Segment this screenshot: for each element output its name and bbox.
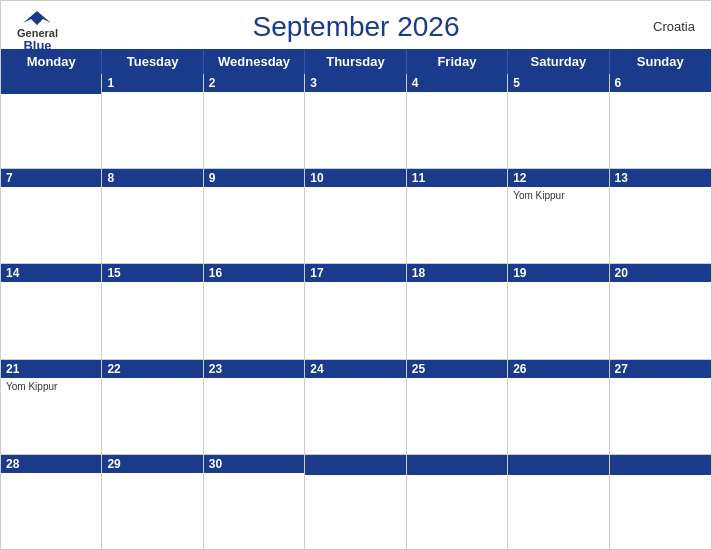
calendar-cell: 21Yom Kippur (1, 360, 102, 454)
calendar-cell: 22 (102, 360, 203, 454)
calendar-cell: 10 (305, 169, 406, 263)
logo-icon (23, 9, 51, 27)
calendar-cell: 5 (508, 74, 609, 168)
calendar-cell: 14 (1, 264, 102, 358)
calendar-cell: 26 (508, 360, 609, 454)
calendar-cell: 18 (407, 264, 508, 358)
calendar-cell: 1 (102, 74, 203, 168)
day-header-friday: Friday (407, 49, 508, 74)
calendar-cell: 29 (102, 455, 203, 549)
day-header-tuesday: Tuesday (102, 49, 203, 74)
calendar-cell: 8 (102, 169, 203, 263)
calendar-cell: 28 (1, 455, 102, 549)
calendar-cell: 9 (204, 169, 305, 263)
calendar-cell: 11 (407, 169, 508, 263)
calendar-cell (407, 455, 508, 549)
logo-blue-text: Blue (23, 39, 51, 53)
calendar-cell: 20 (610, 264, 711, 358)
calendar-cell: 24 (305, 360, 406, 454)
calendar-cell: 7 (1, 169, 102, 263)
day-header-sunday: Sunday (610, 49, 711, 74)
calendar-cell (1, 74, 102, 168)
calendar-cell: 15 (102, 264, 203, 358)
calendar-cell: 23 (204, 360, 305, 454)
calendar-cell: 19 (508, 264, 609, 358)
calendar-cell: 13 (610, 169, 711, 263)
calendar-title: September 2026 (252, 11, 459, 43)
day-header-thursday: Thursday (305, 49, 406, 74)
calendar-cell: 12Yom Kippur (508, 169, 609, 263)
day-header-wednesday: Wednesday (204, 49, 305, 74)
calendar-cell: 30 (204, 455, 305, 549)
calendar-header: General Blue September 2026 Croatia (1, 1, 711, 49)
calendar-cell: 17 (305, 264, 406, 358)
day-header-saturday: Saturday (508, 49, 609, 74)
week-row-5: 282930 (1, 455, 711, 549)
week-row-2: 789101112Yom Kippur13 (1, 169, 711, 264)
calendar-cell: 2 (204, 74, 305, 168)
week-row-3: 14151617181920 (1, 264, 711, 359)
calendar-cell: 27 (610, 360, 711, 454)
calendar-cell (508, 455, 609, 549)
svg-marker-0 (23, 11, 51, 25)
calendar-cell (610, 455, 711, 549)
event-label: Yom Kippur (513, 190, 603, 201)
week-row-4: 21Yom Kippur222324252627 (1, 360, 711, 455)
logo: General Blue (17, 9, 58, 53)
week-row-1: 123456 (1, 74, 711, 169)
calendar-cell: 3 (305, 74, 406, 168)
calendar-cell: 4 (407, 74, 508, 168)
calendar-body: 123456789101112Yom Kippur131415161718192… (1, 74, 711, 549)
calendar-cell: 25 (407, 360, 508, 454)
day-headers: MondayTuesdayWednesdayThursdayFridaySatu… (1, 49, 711, 74)
calendar-cell (305, 455, 406, 549)
calendar: General Blue September 2026 Croatia Mond… (0, 0, 712, 550)
calendar-cell: 6 (610, 74, 711, 168)
event-label: Yom Kippur (6, 381, 96, 392)
calendar-cell: 16 (204, 264, 305, 358)
country-label: Croatia (653, 19, 695, 34)
